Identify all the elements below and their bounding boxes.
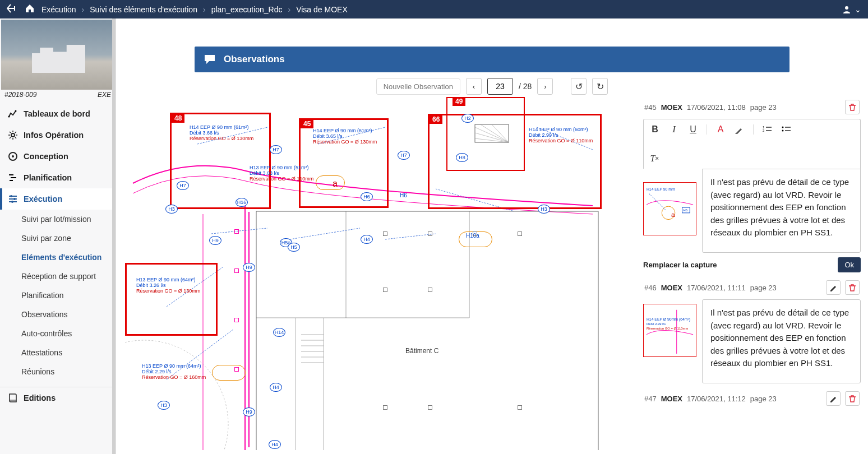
trash-icon bbox=[848, 284, 856, 291]
ok-button[interactable]: Ok bbox=[838, 257, 861, 272]
edit-observation-button[interactable] bbox=[826, 391, 841, 406]
svg-rect-7 bbox=[11, 177, 16, 178]
new-observation-button[interactable]: Nouvelle Observation bbox=[376, 78, 460, 95]
chevron-right-icon: › bbox=[288, 5, 291, 14]
plan-tag: H5 bbox=[288, 243, 300, 252]
sliders-icon bbox=[8, 194, 18, 204]
sidebar-item-execution[interactable]: Exécution bbox=[0, 188, 116, 210]
rte-italic-button[interactable]: I bbox=[668, 124, 680, 135]
sidebar-sub-suivi-zone[interactable]: Suivi par zone bbox=[0, 229, 116, 248]
rotate-left-button[interactable]: ↺ bbox=[571, 78, 587, 95]
observation-card-45: #45 MOEX 17/06/2021, 11:08 page 23 B I U… bbox=[643, 97, 861, 273]
plan-tag: H8 bbox=[456, 153, 468, 162]
home-icon[interactable] bbox=[25, 4, 35, 15]
sidebar-sub-reunions[interactable]: Réunions bbox=[0, 362, 116, 381]
rte-unordered-list-button[interactable] bbox=[781, 124, 792, 135]
rotate-right-button[interactable]: ↻ bbox=[592, 78, 608, 95]
plan-label-eep1: H14 EEP Ø 90 mm (61m²) Débit 3.66 l/s Ré… bbox=[190, 125, 253, 142]
plan-tag: H3 bbox=[158, 401, 170, 410]
sidebar-sub-reception[interactable]: Réception de support bbox=[0, 267, 116, 286]
pencil-icon bbox=[829, 284, 837, 291]
rte-clear-format-button[interactable]: T✕ bbox=[649, 153, 661, 164]
breadcrumb-item-4[interactable]: Visa de MOEX bbox=[296, 5, 348, 14]
observation-id: #45 bbox=[644, 103, 657, 112]
plan-marker-49[interactable]: 49 bbox=[453, 97, 465, 106]
project-thumbnail[interactable] bbox=[1, 20, 113, 90]
sidebar-item-dashboards[interactable]: Tableaux de bord bbox=[0, 103, 116, 124]
replace-capture-button[interactable]: Remplacer la capture bbox=[643, 261, 717, 269]
rte-bold-button[interactable]: B bbox=[649, 124, 661, 135]
next-page-button[interactable]: › bbox=[537, 78, 553, 95]
back-icon[interactable] bbox=[7, 4, 18, 15]
plan-tag: H6 bbox=[400, 192, 407, 198]
observation-thumbnail[interactable]: H14 EEP Ø 90mm (64m²) Débit 2.99 l/s Rés… bbox=[643, 304, 696, 357]
plan-marker-66[interactable]: 66 bbox=[430, 115, 442, 124]
plan-tag: H9 bbox=[243, 263, 255, 272]
list-ul-icon bbox=[782, 125, 791, 134]
total-pages-label: / 28 bbox=[519, 82, 532, 91]
prev-page-button[interactable]: ‹ bbox=[466, 78, 482, 95]
rte-underline-button[interactable]: U bbox=[687, 124, 699, 135]
sidebar-sub-auto[interactable]: Auto-contrôles bbox=[0, 324, 116, 343]
plan-marker-48[interactable]: 48 bbox=[172, 114, 184, 123]
content-row: 48 45 66 49 H14 EEP Ø 90 mm (61m²) Débit… bbox=[116, 97, 868, 450]
sidebar-item-conception[interactable]: Conception bbox=[0, 146, 116, 167]
plan-marker-45[interactable]: 45 bbox=[301, 119, 313, 128]
plan-square bbox=[383, 288, 387, 292]
list-ol-icon: 12 bbox=[763, 125, 772, 134]
sidebar-item-label: Editions bbox=[24, 393, 56, 402]
breadcrumb-item-3[interactable]: plan_execution_Rdc bbox=[211, 5, 283, 14]
plan-square bbox=[518, 405, 522, 410]
rte-font-color-button[interactable]: A bbox=[715, 124, 726, 135]
observation-date: 17/06/2021, 11:08 bbox=[687, 103, 746, 112]
delete-observation-button[interactable] bbox=[845, 391, 860, 406]
svg-text:Réservation GO = Ø 110mm: Réservation GO = Ø 110mm bbox=[647, 327, 689, 330]
rte-highlight-button[interactable] bbox=[734, 124, 745, 135]
plan-square bbox=[234, 367, 239, 372]
sidebar-item-editions[interactable]: Editions bbox=[0, 387, 116, 409]
plan-viewer[interactable]: 48 45 66 49 H14 EEP Ø 90 mm (61m²) Débit… bbox=[125, 97, 636, 450]
observation-header: #45 MOEX 17/06/2021, 11:08 page 23 bbox=[643, 98, 861, 119]
observation-thumbnail[interactable]: a H14 EEP 90 mm H6 bbox=[643, 182, 696, 235]
sidebar-sub-attestations[interactable]: Attestations bbox=[0, 343, 116, 362]
svg-point-1 bbox=[8, 116, 10, 118]
plan-square bbox=[383, 405, 387, 410]
project-meta: #2018-009 EXE bbox=[0, 90, 116, 103]
trash-icon bbox=[848, 103, 856, 111]
observation-header: #47 MOEX 17/06/2021, 11:12 page 23 bbox=[643, 389, 861, 410]
plan-zone-left[interactable] bbox=[125, 263, 218, 336]
trash-icon bbox=[848, 395, 856, 402]
sidebar-sub-observations[interactable]: Observations bbox=[0, 305, 116, 324]
observation-text-editor[interactable]: Il n'est pas prévu de détail de ce type … bbox=[702, 169, 861, 253]
sidebar-sub-elements[interactable]: Eléments d'exécution bbox=[0, 248, 116, 267]
plan-cloud bbox=[316, 175, 345, 190]
observation-author: MOEX bbox=[661, 284, 682, 292]
observation-text: Il n'est pas prévu de détail de ce type … bbox=[702, 299, 861, 383]
sidebar-sub-planification[interactable]: Planification bbox=[0, 286, 116, 305]
rte-ordered-list-button[interactable]: 12 bbox=[761, 124, 773, 135]
breadcrumb-item-1[interactable]: Exécution bbox=[41, 5, 76, 14]
pager-toolbar: Nouvelle Observation ‹ 23 / 28 › ↺ ↻ bbox=[116, 78, 868, 95]
current-page-input[interactable]: 23 bbox=[487, 78, 513, 95]
sidebar-item-infos[interactable]: Infos Opération bbox=[0, 124, 116, 146]
delete-observation-button[interactable] bbox=[845, 280, 860, 295]
observation-date: 17/06/2021, 11:12 bbox=[687, 395, 746, 403]
svg-point-2 bbox=[15, 110, 17, 112]
edit-observation-button[interactable] bbox=[826, 280, 841, 295]
comment-icon bbox=[204, 53, 216, 66]
rotate-cw-icon: ↻ bbox=[597, 81, 604, 92]
section-header-observations: Observations bbox=[195, 47, 789, 72]
svg-point-12 bbox=[125, 340, 228, 450]
sidebar-sub-suivi-lot[interactable]: Suivi par lot/mission bbox=[0, 210, 116, 229]
delete-observation-button[interactable] bbox=[845, 100, 860, 114]
breadcrumb-item-2[interactable]: Suivi des éléments d'exécution bbox=[90, 5, 197, 14]
observation-author: MOEX bbox=[661, 103, 682, 112]
sidebar-scrollbar[interactable] bbox=[112, 18, 116, 454]
user-menu[interactable]: ⌄ bbox=[842, 5, 861, 14]
observation-page: page 23 bbox=[750, 284, 777, 292]
svg-point-10 bbox=[13, 198, 16, 200]
rte-divider bbox=[753, 124, 754, 135]
sidebar-item-planification[interactable]: Planification bbox=[0, 167, 116, 188]
svg-rect-6 bbox=[9, 174, 13, 175]
app-body: #2018-009 EXE Tableaux de bord Infos Opé… bbox=[0, 18, 868, 454]
